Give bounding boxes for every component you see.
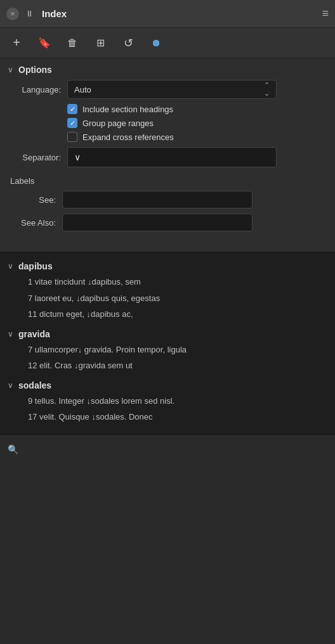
pause-icon: ⏸ <box>25 9 34 18</box>
bookmark-button[interactable]: 🔖 <box>36 34 53 52</box>
separator-icon: ∨ <box>74 152 81 162</box>
delete-icon: 🗑 <box>67 37 77 49</box>
separator-row: Separator: ∨ <box>10 147 325 167</box>
see-also-row: See Also: <box>10 214 325 231</box>
refresh-button[interactable]: ↺ <box>119 34 137 52</box>
language-value: Auto <box>74 85 91 94</box>
list-item: 1 vitae tincidunt ↓dapibus, sem <box>0 274 335 290</box>
list-item: 12 elit. Cras ↓gravida sem ut <box>0 357 335 374</box>
index-group-sodales: ∨ sodales 9 tellus. Integer ↓sodales lor… <box>0 378 335 425</box>
group-header-sodales[interactable]: ∨ sodales <box>0 378 335 393</box>
add-button[interactable]: + <box>8 34 25 52</box>
language-select[interactable]: Auto ⌃⌄ <box>67 80 277 99</box>
group-chevron-dapibus-icon: ∨ <box>8 262 13 271</box>
see-also-label: See Also: <box>10 218 56 228</box>
checkbox-include-section-headings[interactable]: ✓ Include section headings <box>67 104 325 114</box>
options-section-header[interactable]: ∨ Options <box>0 58 335 80</box>
refresh-icon: ↺ <box>124 36 133 50</box>
table-button[interactable]: ⊞ <box>91 34 109 52</box>
options-title: Options <box>18 65 52 75</box>
group-header-dapibus[interactable]: ∨ dapibus <box>0 259 335 274</box>
group-header-gravida[interactable]: ∨ gravida <box>0 326 335 342</box>
index-group-dapibus: ∨ dapibus 1 vitae tincidunt ↓dapibus, se… <box>0 259 335 323</box>
checkbox-group-page-ranges-label: Group page ranges <box>82 119 154 128</box>
language-arrow-icon: ⌃⌄ <box>264 81 270 98</box>
group-name-sodales: sodales <box>18 380 51 390</box>
search-bar: 🔍 <box>0 435 335 463</box>
group-chevron-gravida-icon: ∨ <box>8 330 13 338</box>
group-name-gravida: gravida <box>18 329 50 339</box>
group-name-dapibus: dapibus <box>18 261 53 271</box>
language-row: Language: Auto ⌃⌄ <box>10 80 325 99</box>
pause-button[interactable]: ⏸ <box>23 8 36 20</box>
toolbar: + 🔖 🗑 ⊞ ↺ ⏺ <box>0 28 335 58</box>
labels-title: Labels <box>10 176 325 186</box>
options-section: ∨ Options Language: Auto ⌃⌄ ✓ Include se… <box>0 58 335 252</box>
panel-title: Index <box>42 8 322 19</box>
delete-button[interactable]: 🗑 <box>63 34 81 52</box>
checkbox-include-section-headings-label: Include section headings <box>82 105 173 114</box>
checkbox-expand-cross-references-box[interactable] <box>67 132 77 142</box>
separator-select[interactable]: ∨ <box>67 147 277 167</box>
index-group-gravida: ∨ gravida 7 ullamcorper↓ gravida. Proin … <box>0 326 335 374</box>
toggle-button[interactable]: ⏺ <box>147 34 165 52</box>
see-input[interactable] <box>62 191 253 209</box>
see-label: See: <box>10 195 56 205</box>
checkbox-group-page-ranges[interactable]: ✓ Group page ranges <box>67 118 325 128</box>
bookmark-icon: 🔖 <box>38 37 51 49</box>
close-icon: × <box>10 10 15 18</box>
menu-button[interactable]: ≡ <box>322 7 329 20</box>
labels-section: Labels See: See Also: <box>0 174 335 244</box>
see-also-input[interactable] <box>62 214 253 231</box>
list-item: 9 tellus. Integer ↓sodales lorem sed nis… <box>0 393 335 409</box>
index-list: ∨ dapibus 1 vitae tincidunt ↓dapibus, se… <box>0 252 335 435</box>
checkbox-include-section-headings-box[interactable]: ✓ <box>67 104 77 114</box>
options-content: Language: Auto ⌃⌄ ✓ Include section head… <box>0 80 335 167</box>
checkbox-expand-cross-references[interactable]: Expand cross references <box>67 132 325 142</box>
separator-label: Separator: <box>10 153 61 162</box>
language-label: Language: <box>10 85 61 94</box>
menu-icon: ≡ <box>322 7 329 20</box>
list-item: 7 ullamcorper↓ gravida. Proin tempor, li… <box>0 342 335 358</box>
toggle-icon: ⏺ <box>151 37 161 49</box>
list-item: 17 velit. Quisque ↓sodales. Donec <box>0 409 335 425</box>
panel-header: × ⏸ Index ≡ <box>0 0 335 28</box>
list-item: 7 laoreet eu, ↓dapibus quis, egestas <box>0 290 335 307</box>
list-item: 11 dictum eget, ↓dapibus ac, <box>0 306 335 323</box>
checkboxes-area: ✓ Include section headings ✓ Group page … <box>67 104 325 142</box>
close-button[interactable]: × <box>6 8 19 20</box>
checkbox-group-page-ranges-box[interactable]: ✓ <box>67 118 77 128</box>
search-icon: 🔍 <box>8 444 18 454</box>
checkbox-expand-cross-references-label: Expand cross references <box>82 132 174 142</box>
add-icon: + <box>13 35 20 50</box>
see-row: See: <box>10 191 325 209</box>
table-icon: ⊞ <box>96 37 105 49</box>
search-input[interactable] <box>23 445 327 454</box>
options-chevron-icon: ∨ <box>8 65 13 74</box>
group-chevron-sodales-icon: ∨ <box>8 381 13 390</box>
